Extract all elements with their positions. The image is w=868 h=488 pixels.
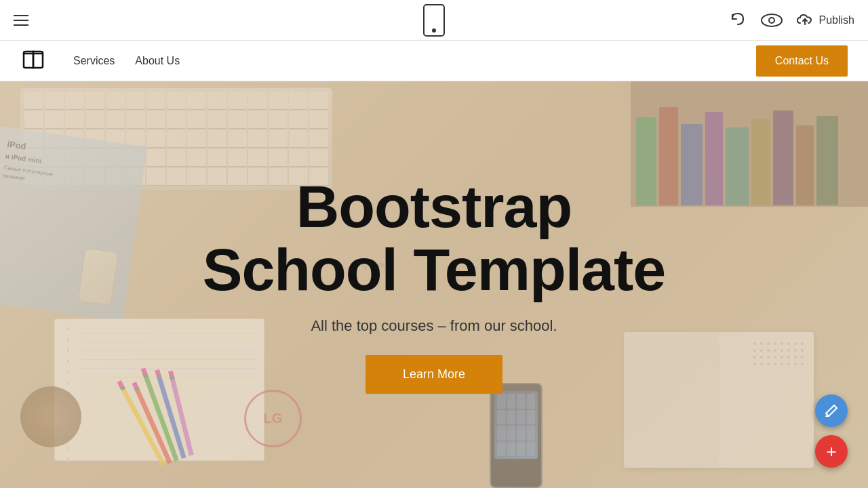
nav-about[interactable]: About Us (135, 55, 180, 67)
fab-add-button[interactable]: + (815, 435, 848, 468)
hero-title-line2: School Template (203, 236, 666, 303)
toolbar: Publish (0, 0, 868, 41)
nav-services[interactable]: Services (73, 55, 115, 67)
undo-icon[interactable] (728, 11, 747, 30)
toolbar-center (423, 4, 445, 37)
svg-point-1 (769, 18, 774, 23)
hero-title: Bootstrap School Template (203, 176, 666, 301)
publish-button[interactable]: Publish (796, 12, 854, 28)
fab-edit-button[interactable] (815, 394, 848, 427)
hamburger-icon[interactable] (14, 15, 28, 26)
book-logo-icon (20, 49, 46, 73)
fab-container: + (815, 394, 848, 468)
hero-subtitle: All the top courses – from our school. (311, 317, 557, 335)
navbar-brand (20, 49, 46, 73)
hero-section: // Generate keyboard keys for(let i=0;i<… (0, 81, 868, 488)
toolbar-left (14, 15, 28, 26)
hero-title-line1: Bootstrap (296, 173, 572, 240)
navbar: Services About Us Contact Us (0, 41, 868, 81)
learn-more-button[interactable]: Learn More (366, 355, 502, 394)
publish-cloud-icon (796, 12, 814, 28)
svg-point-0 (762, 14, 782, 26)
toolbar-right: Publish (728, 11, 854, 30)
preview-eye-icon[interactable] (761, 13, 783, 28)
publish-label: Publish (819, 14, 854, 26)
mobile-preview-icon[interactable] (423, 4, 445, 37)
navbar-links: Services About Us (73, 55, 756, 67)
hero-content: Bootstrap School Template All the top co… (203, 176, 666, 394)
contact-us-button[interactable]: Contact Us (756, 45, 848, 77)
navbar-contact: Contact Us (756, 45, 848, 77)
